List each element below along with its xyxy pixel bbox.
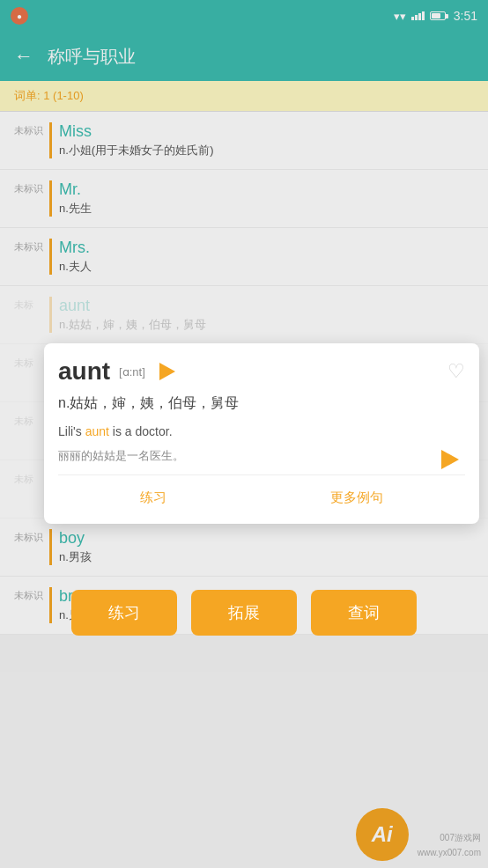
- popup-header: aunt [ɑ:nt] ♡: [58, 357, 465, 386]
- popup-practice-button[interactable]: 练习: [133, 486, 174, 510]
- play-sentence-icon: [441, 450, 459, 469]
- popup-meaning: n.姑姑，婶，姨，伯母，舅母: [58, 393, 465, 414]
- play-pronunciation-button[interactable]: [154, 358, 181, 385]
- popup-divider: [58, 474, 465, 475]
- popup-actions: 练习 更多例句: [58, 486, 465, 510]
- popup-word-row: aunt [ɑ:nt]: [58, 357, 181, 386]
- practice-button[interactable]: 练习: [71, 590, 177, 636]
- expand-button[interactable]: 拓展: [191, 590, 297, 636]
- sentence-pre: Lili's: [58, 424, 85, 438]
- sentence-post: is a doctor.: [109, 424, 173, 438]
- play-sentence-button[interactable]: [435, 445, 465, 474]
- lookup-button[interactable]: 查词: [311, 590, 417, 636]
- popup-more-examples-button[interactable]: 更多例句: [323, 486, 390, 510]
- favorite-icon[interactable]: ♡: [447, 360, 465, 383]
- popup-sentence-zh: 丽丽的姑姑是一名医生。: [58, 448, 184, 464]
- word-popup-card: aunt [ɑ:nt] ♡ n.姑姑，婶，姨，伯母，舅母 Lili's aunt…: [44, 343, 479, 524]
- popup-phonetic: [ɑ:nt]: [119, 365, 145, 379]
- popup-word: aunt: [58, 357, 110, 386]
- sentence-highlight: aunt: [85, 424, 109, 438]
- popup-sentence-en: Lili's aunt is a doctor.: [58, 423, 465, 441]
- bottom-actions: 练习 拓展 查词: [0, 590, 488, 636]
- play-icon: [159, 363, 175, 380]
